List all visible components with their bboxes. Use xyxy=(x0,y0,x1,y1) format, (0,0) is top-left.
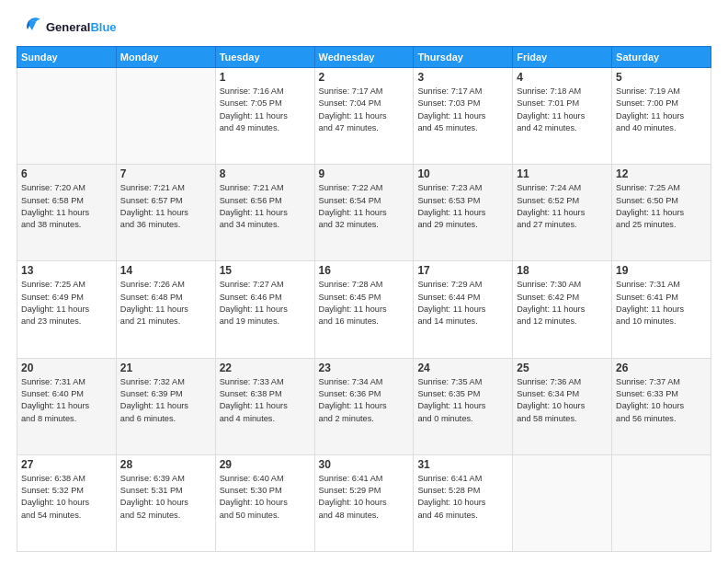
day-info-line: Sunset: 6:49 PM xyxy=(21,293,84,302)
calendar-week-row: 27Sunrise: 6:38 AMSunset: 5:32 PMDayligh… xyxy=(17,454,711,551)
calendar-cell: 14Sunrise: 7:26 AMSunset: 6:48 PMDayligh… xyxy=(116,261,215,358)
day-info: Sunrise: 7:25 AMSunset: 6:49 PMDaylight:… xyxy=(21,279,112,327)
day-info-line: Sunrise: 7:31 AM xyxy=(21,377,85,386)
day-info-line: Sunrise: 7:18 AM xyxy=(517,86,581,96)
calendar-week-row: 20Sunrise: 7:31 AMSunset: 6:40 PMDayligh… xyxy=(17,358,711,454)
day-info: Sunrise: 7:28 AMSunset: 6:45 PMDaylight:… xyxy=(319,279,410,327)
day-info-line: and 29 minutes. xyxy=(417,220,477,229)
day-info-line: Sunrise: 7:20 AM xyxy=(21,183,85,192)
day-info-line: Sunset: 6:33 PM xyxy=(616,389,678,398)
day-info-line: Sunset: 6:58 PM xyxy=(21,196,84,205)
day-info-line: and 58 minutes. xyxy=(517,414,576,423)
calendar-cell: 1Sunrise: 7:16 AMSunset: 7:05 PMDaylight… xyxy=(215,68,314,165)
calendar-cell: 3Sunrise: 7:17 AMSunset: 7:03 PMDaylight… xyxy=(414,68,513,165)
day-info-line: Daylight: 10 hours xyxy=(616,401,684,410)
day-info-line: Sunset: 6:56 PM xyxy=(220,196,282,205)
day-info-line: Sunrise: 7:17 AM xyxy=(319,86,383,96)
day-info-line: Daylight: 11 hours xyxy=(319,208,387,217)
day-info-line: Daylight: 11 hours xyxy=(319,401,387,410)
weekday-header: Monday xyxy=(116,47,215,68)
day-info-line: Daylight: 11 hours xyxy=(417,304,485,314)
day-info-line: Daylight: 11 hours xyxy=(319,304,387,314)
calendar-cell: 28Sunrise: 6:39 AMSunset: 5:31 PMDayligh… xyxy=(116,454,215,551)
day-info-line: and 54 minutes. xyxy=(21,511,81,520)
calendar-cell: 18Sunrise: 7:30 AMSunset: 6:42 PMDayligh… xyxy=(513,261,612,358)
calendar-cell: 11Sunrise: 7:24 AMSunset: 6:52 PMDayligh… xyxy=(513,165,612,261)
day-number: 30 xyxy=(319,458,410,471)
day-info-line: Sunset: 6:50 PM xyxy=(616,196,678,205)
calendar-table: SundayMondayTuesdayWednesdayThursdayFrid… xyxy=(17,46,711,552)
day-info: Sunrise: 7:17 AMSunset: 7:03 PMDaylight:… xyxy=(417,86,508,134)
day-info-line: Daylight: 11 hours xyxy=(616,111,684,121)
calendar-cell: 16Sunrise: 7:28 AMSunset: 6:45 PMDayligh… xyxy=(314,261,414,358)
calendar-cell: 2Sunrise: 7:17 AMSunset: 7:04 PMDaylight… xyxy=(314,68,414,165)
day-info-line: Sunset: 6:48 PM xyxy=(120,293,183,302)
day-number: 15 xyxy=(220,264,311,277)
calendar-cell: 31Sunrise: 6:41 AMSunset: 5:28 PMDayligh… xyxy=(414,454,513,551)
day-info-line: Sunset: 6:35 PM xyxy=(417,389,480,398)
day-info-line: Sunrise: 7:37 AM xyxy=(616,377,680,386)
day-info: Sunrise: 7:16 AMSunset: 7:05 PMDaylight:… xyxy=(220,86,311,134)
day-info-line: Sunrise: 7:17 AM xyxy=(417,86,482,96)
calendar-cell: 24Sunrise: 7:35 AMSunset: 6:35 PMDayligh… xyxy=(414,358,513,454)
day-info-line: Sunset: 6:34 PM xyxy=(517,389,579,398)
day-info-line: Daylight: 11 hours xyxy=(517,304,585,314)
calendar-cell: 26Sunrise: 7:37 AMSunset: 6:33 PMDayligh… xyxy=(612,358,711,454)
day-info-line: Sunset: 5:32 PM xyxy=(21,486,84,495)
day-info: Sunrise: 7:36 AMSunset: 6:34 PMDaylight:… xyxy=(517,376,608,425)
day-info-line: and 6 minutes. xyxy=(120,414,176,423)
day-info-line: Daylight: 11 hours xyxy=(220,208,288,217)
day-info-line: Sunset: 5:29 PM xyxy=(319,486,381,495)
calendar-cell xyxy=(513,454,612,551)
day-info-line: and 36 minutes. xyxy=(120,220,180,229)
day-info-line: and 12 minutes. xyxy=(517,316,576,326)
day-info-line: and 4 minutes. xyxy=(220,414,275,423)
day-number: 21 xyxy=(120,362,211,374)
calendar-cell: 6Sunrise: 7:20 AMSunset: 6:58 PMDaylight… xyxy=(17,165,117,261)
day-info-line: Daylight: 11 hours xyxy=(220,111,288,121)
calendar-cell: 21Sunrise: 7:32 AMSunset: 6:39 PMDayligh… xyxy=(116,358,215,454)
day-info-line: Daylight: 11 hours xyxy=(417,111,485,121)
day-info-line: Daylight: 11 hours xyxy=(616,304,684,314)
day-number: 13 xyxy=(21,264,112,277)
day-info-line: Daylight: 11 hours xyxy=(220,401,288,410)
day-info: Sunrise: 7:19 AMSunset: 7:00 PMDaylight:… xyxy=(616,86,707,134)
calendar-cell: 23Sunrise: 7:34 AMSunset: 6:36 PMDayligh… xyxy=(314,358,414,454)
page: GeneralBlue SundayMondayTuesdayWednesday… xyxy=(0,0,728,563)
day-number: 4 xyxy=(517,71,608,84)
day-number: 11 xyxy=(517,167,608,180)
day-info-line: Sunrise: 7:32 AM xyxy=(120,377,185,386)
day-info-line: Sunrise: 7:16 AM xyxy=(220,86,284,96)
day-info-line: Sunset: 6:38 PM xyxy=(220,389,282,398)
day-info: Sunrise: 7:17 AMSunset: 7:04 PMDaylight:… xyxy=(319,86,410,134)
day-info-line: and 52 minutes. xyxy=(120,511,180,520)
day-info-line: Sunset: 6:54 PM xyxy=(319,196,381,205)
day-info: Sunrise: 7:23 AMSunset: 6:53 PMDaylight:… xyxy=(417,182,508,231)
day-info-line: Sunset: 7:00 PM xyxy=(616,98,678,108)
calendar-cell: 29Sunrise: 6:40 AMSunset: 5:30 PMDayligh… xyxy=(215,454,314,551)
day-info: Sunrise: 7:29 AMSunset: 6:44 PMDaylight:… xyxy=(417,279,508,327)
weekday-header: Tuesday xyxy=(215,47,314,68)
day-info-line: Sunset: 7:03 PM xyxy=(417,98,480,108)
day-info-line: and 56 minutes. xyxy=(616,414,676,423)
day-number: 29 xyxy=(220,458,311,471)
day-info-line: Sunset: 7:01 PM xyxy=(517,98,579,108)
weekday-header-row: SundayMondayTuesdayWednesdayThursdayFrid… xyxy=(17,47,711,68)
calendar-cell xyxy=(116,68,215,165)
day-info-line: and 48 minutes. xyxy=(319,511,379,520)
weekday-header: Friday xyxy=(513,47,612,68)
day-info-line: Daylight: 11 hours xyxy=(120,208,188,217)
day-number: 7 xyxy=(120,167,211,180)
calendar-cell: 25Sunrise: 7:36 AMSunset: 6:34 PMDayligh… xyxy=(513,358,612,454)
day-info-line: Daylight: 11 hours xyxy=(319,111,387,121)
weekday-header: Saturday xyxy=(612,47,711,68)
day-number: 26 xyxy=(616,362,707,374)
day-number: 28 xyxy=(120,458,211,471)
day-info-line: Sunset: 6:57 PM xyxy=(120,196,183,205)
day-info-line: Sunrise: 7:19 AM xyxy=(616,86,680,96)
day-info: Sunrise: 7:21 AMSunset: 6:57 PMDaylight:… xyxy=(120,182,211,231)
day-info-line: and 32 minutes. xyxy=(319,220,379,229)
day-info-line: and 21 minutes. xyxy=(120,316,180,326)
day-info-line: Sunrise: 7:25 AM xyxy=(616,183,680,192)
day-info-line: Daylight: 10 hours xyxy=(21,498,89,507)
